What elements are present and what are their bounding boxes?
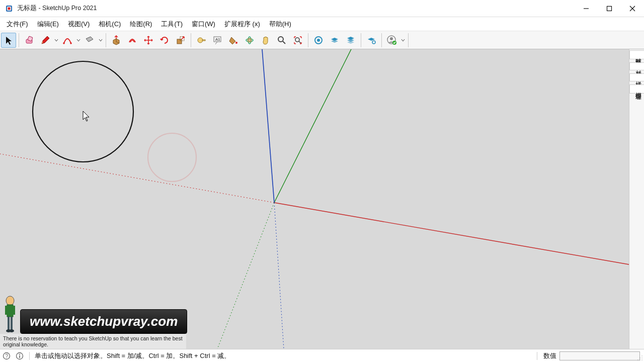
text-icon: A1: [212, 35, 222, 45]
close-button[interactable]: [621, 0, 644, 17]
scale-icon: [176, 35, 186, 45]
user-icon: [386, 35, 397, 46]
paint-bucket-button[interactable]: [226, 33, 241, 48]
svg-point-48: [639, 359, 640, 360]
menu-tools[interactable]: 工具(T): [156, 18, 187, 30]
title-bar: 无标题 - SketchUp Pro 2021: [0, 0, 644, 17]
vray-render-button[interactable]: [343, 33, 358, 48]
menu-extensions[interactable]: 扩展程序 (x): [220, 18, 265, 30]
user-account-button[interactable]: [384, 33, 399, 48]
hover-circle-highlight: [148, 133, 196, 182]
panel-tab-outliner[interactable]: 模型管理: [629, 84, 644, 94]
tape-icon: [196, 35, 206, 45]
menu-view[interactable]: 视图(V): [63, 18, 94, 30]
info-icon: [16, 352, 24, 360]
toolbar-separator: [191, 33, 191, 47]
zoom-icon: [277, 35, 287, 45]
chevron-down-icon: [54, 38, 58, 42]
svg-point-29: [390, 37, 393, 40]
zoom-extents-button[interactable]: [290, 33, 305, 48]
viewport[interactable]: www.sketchupvray.com There is no reserva…: [0, 49, 629, 349]
panel-tab-default[interactable]: 默认面板: [629, 50, 644, 59]
svg-rect-32: [7, 305, 13, 317]
vray-asset-button[interactable]: [311, 33, 326, 48]
status-help-button[interactable]: ?: [0, 352, 13, 360]
panel-tab-materials[interactable]: 材质: [629, 62, 644, 70]
status-hint-text: 单击或拖动以选择对象。Shift = 加/减。Ctrl = 加。Shift + …: [33, 351, 230, 360]
measurement-label: 数值: [540, 351, 559, 360]
line-tool-dropdown[interactable]: [54, 38, 59, 42]
window-title: 无标题 - SketchUp Pro 2021: [17, 4, 97, 13]
rectangle-tool-button[interactable]: [82, 33, 97, 48]
menu-help[interactable]: 帮助(H): [265, 18, 296, 30]
text-tool-button[interactable]: A1: [210, 33, 225, 48]
orbit-tool-button[interactable]: [242, 33, 257, 48]
vray-settings-button[interactable]: [364, 33, 379, 48]
cursor-pointer-icon: [83, 111, 89, 121]
arc-icon: [62, 35, 72, 45]
zoom-extents-icon: [293, 35, 303, 45]
svg-point-44: [641, 355, 642, 356]
svg-rect-43: [19, 355, 20, 358]
svg-point-17: [235, 42, 237, 44]
measurement-input[interactable]: [559, 351, 640, 360]
svg-point-38: [9, 329, 14, 332]
pan-hand-icon: [261, 35, 271, 45]
line-tool-button[interactable]: [38, 33, 53, 48]
scale-tool-button[interactable]: [173, 33, 188, 48]
svg-rect-14: [202, 40, 205, 41]
svg-point-46: [641, 357, 642, 358]
chevron-down-icon: [401, 38, 405, 42]
rotate-tool-button[interactable]: [157, 33, 172, 48]
user-account-dropdown[interactable]: [400, 38, 406, 42]
minimize-button[interactable]: [575, 0, 598, 17]
svg-rect-2: [8, 7, 11, 10]
right-panel-tabs: 默认面板 材质 样式 模型管理: [629, 49, 644, 349]
svg-point-42: [19, 354, 20, 355]
menu-file[interactable]: 文件(F): [2, 18, 33, 30]
svg-line-22: [283, 41, 285, 44]
rotate-icon: [159, 35, 170, 45]
status-info-button[interactable]: [13, 352, 26, 360]
menu-bar: 文件(F) 编辑(E) 视图(V) 相机(C) 绘图(R) 工具(T) 窗口(W…: [0, 17, 644, 31]
svg-rect-33: [5, 306, 8, 315]
svg-text:?: ?: [6, 353, 9, 359]
arc-tool-button[interactable]: [60, 33, 75, 48]
resize-grip-icon[interactable]: [637, 355, 643, 361]
rectangle-tool-dropdown[interactable]: [98, 38, 103, 42]
menu-window[interactable]: 窗口(W): [187, 18, 220, 30]
svg-point-10: [70, 42, 72, 44]
menu-camera[interactable]: 相机(C): [94, 18, 125, 30]
menu-draw[interactable]: 绘图(R): [125, 18, 156, 30]
move-tool-button[interactable]: [141, 33, 156, 48]
orbit-icon: [245, 35, 255, 45]
svg-line-24: [299, 41, 301, 43]
chevron-down-icon: [76, 38, 80, 42]
panel-tab-styles[interactable]: 样式: [629, 73, 644, 81]
move-icon: [143, 35, 153, 45]
pushpull-tool-button[interactable]: [109, 33, 124, 48]
offset-tool-button[interactable]: [125, 33, 140, 48]
pan-tool-button[interactable]: [258, 33, 273, 48]
svg-point-23: [295, 38, 299, 42]
toolbar-separator: [408, 33, 409, 47]
status-bar: ? 单击或拖动以选择对象。Shift = 加/减。Ctrl = 加。Shift …: [0, 349, 644, 362]
svg-point-47: [637, 359, 638, 360]
maximize-button[interactable]: [598, 0, 621, 17]
menu-edit[interactable]: 编辑(E): [33, 18, 63, 30]
vray-stack2-icon: [346, 35, 356, 45]
svg-rect-35: [8, 317, 10, 330]
svg-point-9: [63, 42, 65, 44]
toolbar-separator: [308, 33, 308, 47]
axis-blue-positive: [262, 49, 274, 203]
watermark-overlay: www.sketchupvray.com There is no reserva…: [0, 294, 187, 349]
eraser-tool-button[interactable]: [22, 33, 37, 48]
arc-tool-dropdown[interactable]: [76, 38, 81, 42]
tape-measure-button[interactable]: [194, 33, 209, 48]
maximize-icon: [606, 6, 612, 12]
svg-rect-34: [13, 306, 15, 315]
select-tool-button[interactable]: [1, 33, 16, 48]
minimize-icon: [583, 6, 589, 12]
zoom-tool-button[interactable]: [274, 33, 289, 48]
vray-frame-button[interactable]: [327, 33, 342, 48]
